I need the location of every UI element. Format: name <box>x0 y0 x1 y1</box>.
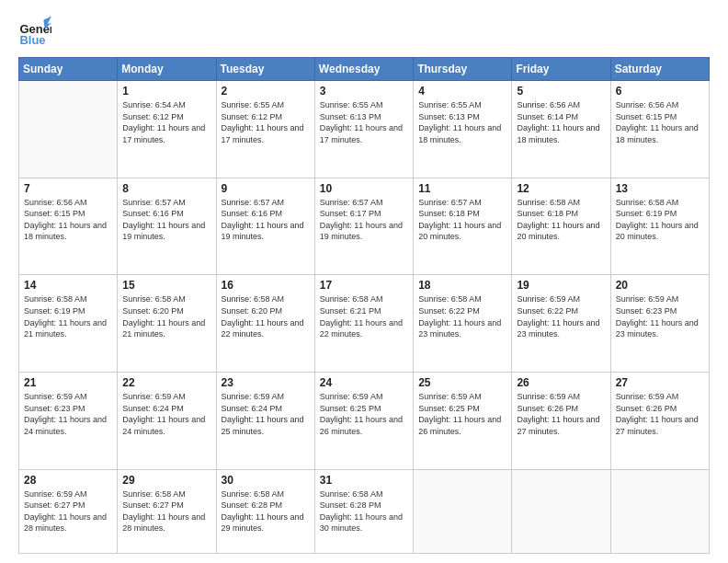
day-info: Sunrise: 6:59 AMSunset: 6:25 PMDaylight:… <box>418 391 506 437</box>
day-info: Sunrise: 6:55 AMSunset: 6:12 PMDaylight:… <box>222 99 310 145</box>
calendar-cell: 26Sunrise: 6:59 AMSunset: 6:26 PMDayligh… <box>512 373 610 470</box>
day-info: Sunrise: 6:58 AMSunset: 6:20 PMDaylight:… <box>222 293 310 339</box>
logo: General Blue <box>18 15 51 48</box>
calendar-cell: 21Sunrise: 6:59 AMSunset: 6:23 PMDayligh… <box>19 373 118 470</box>
day-number: 7 <box>24 182 112 195</box>
day-number: 27 <box>616 376 704 389</box>
calendar-cell: 28Sunrise: 6:59 AMSunset: 6:27 PMDayligh… <box>19 469 118 553</box>
day-number: 12 <box>517 182 605 195</box>
week-row-2: 7Sunrise: 6:56 AMSunset: 6:15 PMDaylight… <box>19 178 710 275</box>
day-info: Sunrise: 6:58 AMSunset: 6:19 PMDaylight:… <box>616 197 704 243</box>
week-row-3: 14Sunrise: 6:58 AMSunset: 6:19 PMDayligh… <box>19 275 710 373</box>
calendar-cell: 1Sunrise: 6:54 AMSunset: 6:12 PMDaylight… <box>118 81 216 178</box>
day-number: 29 <box>122 474 210 487</box>
day-number: 30 <box>222 474 310 487</box>
day-info: Sunrise: 6:59 AMSunset: 6:27 PMDaylight:… <box>24 488 112 534</box>
weekday-header-friday: Friday <box>512 58 610 81</box>
day-number: 5 <box>517 85 605 98</box>
calendar-cell: 7Sunrise: 6:56 AMSunset: 6:15 PMDaylight… <box>19 178 118 275</box>
day-number: 1 <box>122 85 210 98</box>
day-number: 11 <box>418 182 506 195</box>
calendar-cell <box>414 469 512 553</box>
generalblue-logo-icon: General Blue <box>18 15 51 48</box>
calendar-cell: 25Sunrise: 6:59 AMSunset: 6:25 PMDayligh… <box>414 373 512 470</box>
day-number: 4 <box>418 85 506 98</box>
weekday-header-wednesday: Wednesday <box>314 58 413 81</box>
day-info: Sunrise: 6:55 AMSunset: 6:13 PMDaylight:… <box>418 99 506 145</box>
day-info: Sunrise: 6:59 AMSunset: 6:22 PMDaylight:… <box>517 293 605 339</box>
calendar-cell: 30Sunrise: 6:58 AMSunset: 6:28 PMDayligh… <box>216 469 314 553</box>
day-number: 14 <box>24 279 112 292</box>
calendar-cell: 20Sunrise: 6:59 AMSunset: 6:23 PMDayligh… <box>610 275 709 373</box>
day-number: 15 <box>122 279 210 292</box>
calendar-cell: 10Sunrise: 6:57 AMSunset: 6:17 PMDayligh… <box>314 178 413 275</box>
day-number: 18 <box>418 279 506 292</box>
day-number: 19 <box>517 279 605 292</box>
day-info: Sunrise: 6:56 AMSunset: 6:15 PMDaylight:… <box>24 197 112 243</box>
day-info: Sunrise: 6:56 AMSunset: 6:14 PMDaylight:… <box>517 99 605 145</box>
day-number: 9 <box>222 182 310 195</box>
day-info: Sunrise: 6:59 AMSunset: 6:24 PMDaylight:… <box>222 391 310 437</box>
calendar-cell: 9Sunrise: 6:57 AMSunset: 6:16 PMDaylight… <box>216 178 314 275</box>
calendar-cell: 27Sunrise: 6:59 AMSunset: 6:26 PMDayligh… <box>610 373 709 470</box>
day-info: Sunrise: 6:56 AMSunset: 6:15 PMDaylight:… <box>616 99 704 145</box>
weekday-header-sunday: Sunday <box>19 58 118 81</box>
page: General Blue SundayMondayTuesdayWednesda… <box>0 0 728 563</box>
day-number: 21 <box>24 376 112 389</box>
weekday-header-saturday: Saturday <box>610 58 709 81</box>
day-info: Sunrise: 6:58 AMSunset: 6:19 PMDaylight:… <box>24 293 112 339</box>
calendar-cell: 23Sunrise: 6:59 AMSunset: 6:24 PMDayligh… <box>216 373 314 470</box>
weekday-header-thursday: Thursday <box>414 58 512 81</box>
day-number: 26 <box>517 376 605 389</box>
day-info: Sunrise: 6:54 AMSunset: 6:12 PMDaylight:… <box>122 99 210 145</box>
svg-text:Blue: Blue <box>19 33 45 47</box>
calendar-cell: 22Sunrise: 6:59 AMSunset: 6:24 PMDayligh… <box>118 373 216 470</box>
day-number: 28 <box>24 474 112 487</box>
calendar-cell: 14Sunrise: 6:58 AMSunset: 6:19 PMDayligh… <box>19 275 118 373</box>
day-number: 10 <box>320 182 408 195</box>
calendar-cell: 13Sunrise: 6:58 AMSunset: 6:19 PMDayligh… <box>610 178 709 275</box>
calendar-cell: 3Sunrise: 6:55 AMSunset: 6:13 PMDaylight… <box>314 81 413 178</box>
day-number: 3 <box>320 85 408 98</box>
calendar-cell: 2Sunrise: 6:55 AMSunset: 6:12 PMDaylight… <box>216 81 314 178</box>
day-info: Sunrise: 6:57 AMSunset: 6:17 PMDaylight:… <box>320 197 408 243</box>
week-row-5: 28Sunrise: 6:59 AMSunset: 6:27 PMDayligh… <box>19 469 710 553</box>
calendar-cell: 17Sunrise: 6:58 AMSunset: 6:21 PMDayligh… <box>314 275 413 373</box>
day-info: Sunrise: 6:59 AMSunset: 6:24 PMDaylight:… <box>122 391 210 437</box>
day-info: Sunrise: 6:58 AMSunset: 6:28 PMDaylight:… <box>320 488 408 534</box>
day-info: Sunrise: 6:59 AMSunset: 6:23 PMDaylight:… <box>616 293 704 339</box>
day-info: Sunrise: 6:58 AMSunset: 6:21 PMDaylight:… <box>320 293 408 339</box>
day-info: Sunrise: 6:59 AMSunset: 6:25 PMDaylight:… <box>320 391 408 437</box>
calendar-cell <box>512 469 610 553</box>
calendar-table: SundayMondayTuesdayWednesdayThursdayFrid… <box>18 57 710 554</box>
day-number: 2 <box>222 85 310 98</box>
day-info: Sunrise: 6:55 AMSunset: 6:13 PMDaylight:… <box>320 99 408 145</box>
day-info: Sunrise: 6:59 AMSunset: 6:26 PMDaylight:… <box>517 391 605 437</box>
day-info: Sunrise: 6:58 AMSunset: 6:22 PMDaylight:… <box>418 293 506 339</box>
calendar-cell: 4Sunrise: 6:55 AMSunset: 6:13 PMDaylight… <box>414 81 512 178</box>
weekday-header-row: SundayMondayTuesdayWednesdayThursdayFrid… <box>19 58 710 81</box>
day-info: Sunrise: 6:57 AMSunset: 6:16 PMDaylight:… <box>122 197 210 243</box>
calendar-cell: 12Sunrise: 6:58 AMSunset: 6:18 PMDayligh… <box>512 178 610 275</box>
week-row-4: 21Sunrise: 6:59 AMSunset: 6:23 PMDayligh… <box>19 373 710 470</box>
day-number: 6 <box>616 85 704 98</box>
calendar-cell: 15Sunrise: 6:58 AMSunset: 6:20 PMDayligh… <box>118 275 216 373</box>
weekday-header-monday: Monday <box>118 58 216 81</box>
day-number: 23 <box>222 376 310 389</box>
day-number: 13 <box>616 182 704 195</box>
day-info: Sunrise: 6:58 AMSunset: 6:28 PMDaylight:… <box>222 488 310 534</box>
day-info: Sunrise: 6:58 AMSunset: 6:18 PMDaylight:… <box>517 197 605 243</box>
day-info: Sunrise: 6:57 AMSunset: 6:16 PMDaylight:… <box>222 197 310 243</box>
day-number: 17 <box>320 279 408 292</box>
day-number: 25 <box>418 376 506 389</box>
day-number: 20 <box>616 279 704 292</box>
day-info: Sunrise: 6:58 AMSunset: 6:27 PMDaylight:… <box>122 488 210 534</box>
day-number: 31 <box>320 474 408 487</box>
calendar-cell: 19Sunrise: 6:59 AMSunset: 6:22 PMDayligh… <box>512 275 610 373</box>
header: General Blue <box>18 15 710 48</box>
day-info: Sunrise: 6:58 AMSunset: 6:20 PMDaylight:… <box>122 293 210 339</box>
calendar-cell: 5Sunrise: 6:56 AMSunset: 6:14 PMDaylight… <box>512 81 610 178</box>
week-row-1: 1Sunrise: 6:54 AMSunset: 6:12 PMDaylight… <box>19 81 710 178</box>
calendar-cell: 18Sunrise: 6:58 AMSunset: 6:22 PMDayligh… <box>414 275 512 373</box>
day-info: Sunrise: 6:57 AMSunset: 6:18 PMDaylight:… <box>418 197 506 243</box>
